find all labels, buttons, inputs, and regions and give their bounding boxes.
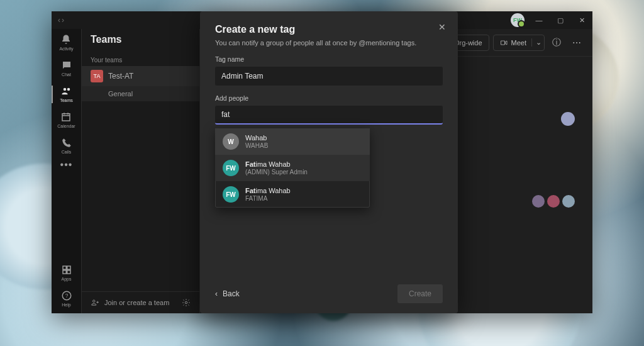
suggestion-name: Fatima Wahab [245, 160, 308, 168]
rail-apps[interactable]: Apps [61, 264, 72, 281]
help-icon: ? [61, 290, 72, 301]
rail-teams-label: Teams [60, 98, 73, 103]
avatar: W [223, 133, 239, 150]
close-button[interactable]: ✕ [571, 11, 592, 29]
bell-icon [60, 34, 72, 45]
rail-calls-label: Calls [62, 150, 72, 154]
panel-title: Teams [82, 31, 199, 54]
svg-text:?: ? [65, 293, 68, 299]
rail-help[interactable]: ? Help [61, 290, 72, 307]
nav-forward[interactable]: › [62, 16, 64, 25]
suggestion-name: Wahab [245, 134, 268, 142]
suggestion-item[interactable]: W Wahab WAHAB [215, 128, 370, 155]
rail-activity-label: Activity [59, 47, 73, 51]
nav-back[interactable]: ‹ [58, 16, 60, 25]
chat-icon [61, 60, 72, 71]
avatar: FW [223, 160, 239, 176]
people-icon [61, 86, 72, 97]
people-suggestions: W Wahab WAHAB FW Fatima Wahab (ADMIN) Su… [215, 128, 370, 208]
rail-activity[interactable]: Activity [59, 34, 73, 51]
modal-title: Create a new tag [215, 24, 443, 35]
rail-chat-label: Chat [62, 72, 71, 77]
phone-icon [61, 137, 72, 148]
window-controls: — ▢ ✕ [528, 11, 592, 29]
post-avatar [561, 112, 575, 126]
nav-arrows: ‹ › [52, 16, 70, 25]
channel-general[interactable]: General [82, 86, 199, 101]
tagname-label: Tag name [215, 55, 443, 63]
orgwide-label: Org-wide [454, 39, 482, 47]
suggestion-name: Fatima Wahab [245, 187, 291, 194]
suggestion-sub: (ADMIN) Super Admin [245, 169, 308, 176]
calendar-icon [60, 111, 72, 123]
meet-label: Meet [511, 39, 526, 47]
info-button[interactable]: ⓘ [548, 35, 565, 51]
chevron-left-icon: ‹ [215, 289, 218, 298]
back-label: Back [223, 289, 240, 298]
team-item[interactable]: TA Test-AT [82, 66, 199, 86]
maximize-button[interactable]: ▢ [550, 11, 571, 29]
team-avatar: TA [91, 70, 103, 82]
rail-calls[interactable]: Calls [61, 137, 72, 154]
avatar: FW [223, 186, 239, 203]
rail-chat[interactable]: Chat [61, 60, 72, 77]
rail-teams[interactable]: Teams [60, 86, 73, 103]
reply-avatars [532, 195, 575, 208]
rail-calendar-label: Calendar [57, 124, 75, 128]
team-name: Test-AT [108, 72, 133, 81]
join-create-team[interactable]: Join or create a team [82, 291, 199, 313]
app-rail: Activity Chat Teams Calendar Calls ••• A… [52, 11, 82, 313]
rail-apps-label: Apps [62, 277, 72, 281]
back-button[interactable]: ‹ Back [215, 289, 240, 298]
people-plus-icon [91, 298, 99, 307]
close-icon[interactable]: ✕ [435, 20, 449, 34]
create-tag-modal: ✕ Create a new tag You can notify a grou… [200, 11, 458, 313]
addpeople-label: Add people [215, 94, 443, 102]
more-button[interactable]: ⋯ [569, 35, 585, 51]
modal-description: You can notify a group of people all at … [215, 39, 443, 47]
suggestion-item[interactable]: FW Fatima Wahab FATIMA [215, 181, 370, 208]
your-teams-label: Your teams [82, 54, 199, 66]
rail-more[interactable]: ••• [60, 163, 73, 167]
join-create-label: Join or create a team [104, 299, 169, 306]
minimize-button[interactable]: — [528, 11, 550, 29]
apps-icon [61, 264, 72, 276]
tagname-input[interactable] [215, 67, 443, 86]
teams-panel: Teams Your teams TA Test-AT General Join… [82, 11, 200, 313]
suggestion-item[interactable]: FW Fatima Wahab (ADMIN) Super Admin [215, 155, 370, 181]
addpeople-input[interactable] [215, 106, 443, 125]
rail-help-label: Help [62, 303, 70, 307]
gear-icon[interactable] [182, 298, 191, 307]
meet-button[interactable]: Meet ⌄ [493, 35, 545, 51]
modal-footer: ‹ Back Create [215, 277, 443, 303]
video-icon [500, 39, 508, 47]
chevron-down-icon[interactable]: ⌄ [531, 38, 541, 47]
suggestion-sub: WAHAB [245, 142, 268, 149]
rail-calendar[interactable]: Calendar [57, 111, 75, 128]
user-avatar[interactable]: FW [511, 13, 525, 27]
svg-point-2 [185, 301, 187, 304]
suggestion-sub: FATIMA [245, 195, 291, 202]
create-button[interactable]: Create [397, 284, 443, 303]
